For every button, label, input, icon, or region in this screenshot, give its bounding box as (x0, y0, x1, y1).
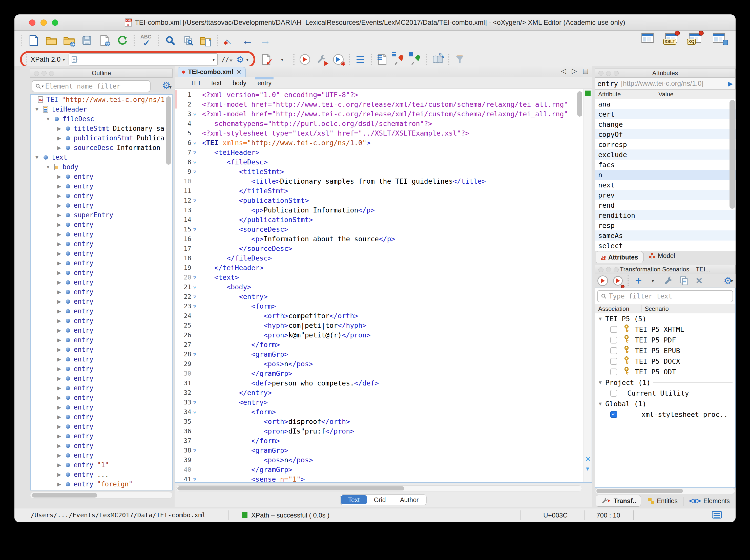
outline-item[interactable]: ▶entry (31, 278, 172, 287)
outline-item[interactable]: ▶entry (31, 316, 172, 325)
outline-item[interactable]: ▼teiHeader (31, 104, 172, 114)
scenario-checkbox[interactable] (610, 358, 617, 365)
outline-panel-header[interactable]: Outline (30, 68, 173, 78)
filter-disabled-icon[interactable] (453, 53, 466, 66)
attribute-row[interactable]: next (595, 180, 735, 190)
expand-icon[interactable]: ▶ (55, 414, 63, 420)
collapse-icon[interactable]: ▼ (595, 379, 605, 385)
chevron-down-icon[interactable]: ▾ (42, 84, 44, 88)
perspective-database-icon[interactable] (713, 32, 727, 44)
outline-item[interactable]: ▶entry (31, 181, 172, 191)
outline-item[interactable]: ▶entry (31, 325, 172, 335)
fold-toggle-icon[interactable]: ▽ (193, 159, 202, 165)
bottom-tab-elements[interactable]: <x>Elements (685, 496, 734, 506)
expand-icon[interactable]: ▶ (55, 269, 63, 276)
outline-item[interactable]: ▶entry (31, 306, 172, 316)
configure-icon[interactable] (663, 274, 674, 287)
tab-model[interactable]: Model (644, 251, 680, 261)
attributes-scrollbar[interactable] (730, 100, 735, 209)
attribute-row[interactable]: exclude (595, 149, 735, 160)
overview-ruler[interactable]: ✕ ▼ (584, 89, 592, 482)
collapse-icon[interactable]: ▼ (595, 401, 605, 407)
editor-horizontal-scrollbar[interactable] (176, 485, 582, 492)
open-folder-icon[interactable] (45, 34, 58, 47)
expand-icon[interactable]: ▶ (55, 241, 63, 247)
author-edit-icon[interactable]: ✎ (431, 53, 444, 66)
current-element-row[interactable]: entry [http://www.tei-c.org/ns/1.0] ▶ (595, 78, 735, 89)
scenario-checkbox[interactable] (610, 411, 617, 418)
attribute-row[interactable]: sameAs (595, 231, 735, 241)
outline-item[interactable]: ▶entry (31, 393, 172, 402)
expand-icon[interactable]: ▶ (55, 366, 63, 372)
forward-icon[interactable]: → (259, 34, 272, 47)
notifications-icon[interactable] (712, 511, 722, 519)
outline-vertical-scrollbar[interactable] (166, 96, 171, 165)
column-value[interactable]: Value (658, 91, 674, 98)
attribute-row[interactable]: n (595, 170, 735, 180)
scenario-item[interactable]: TEI P5 PDF (595, 335, 735, 345)
scroll-tabs-left-icon[interactable]: ◁ (561, 67, 566, 75)
bottom-tab-transf[interactable]: Transf.. (596, 495, 641, 507)
view-tab-text[interactable]: Text (341, 495, 367, 504)
xpath-settings-gear-icon[interactable]: ⚙ (236, 55, 244, 64)
format-file-icon[interactable] (376, 53, 389, 66)
expand-element-icon[interactable]: ▶ (728, 80, 733, 87)
save-url-icon[interactable] (98, 34, 111, 47)
fold-toggle-icon[interactable]: ▽ (193, 351, 202, 357)
scenarios-column-header[interactable]: Association Scenario (595, 304, 735, 313)
outline-item[interactable]: ▶entry (31, 258, 172, 268)
attributes-panel-header[interactable]: Attributes (595, 68, 735, 78)
perspective-xquery-icon[interactable]: XQ (689, 32, 703, 44)
attribute-row[interactable]: corresp (595, 139, 735, 149)
expand-icon[interactable]: ▶ (55, 145, 63, 151)
fold-toggle-icon[interactable]: ▽ (193, 226, 202, 232)
scenario-checkbox[interactable] (610, 337, 617, 343)
expand-icon[interactable]: ▶ (55, 125, 63, 132)
attribute-row[interactable]: ana (595, 99, 735, 109)
attribute-row[interactable]: prev (595, 190, 735, 200)
document-tab[interactable]: TEI-combo.xml ✕ (178, 67, 246, 77)
expand-icon[interactable]: ▶ (55, 202, 63, 208)
breadcrumb-item-entry[interactable]: entry (257, 79, 272, 87)
close-tab-icon[interactable]: ✕ (236, 68, 241, 76)
fold-toggle-icon[interactable]: ▽ (193, 409, 202, 415)
attribute-row[interactable]: resp (595, 220, 735, 231)
debug-run-icon[interactable] (612, 274, 624, 287)
expand-icon[interactable]: ▶ (55, 251, 63, 257)
fold-toggle-icon[interactable]: ▽ (193, 303, 202, 309)
outline-item[interactable]: ▶titleStmtDictionary sa (31, 124, 172, 133)
scenario-checkbox[interactable] (610, 347, 617, 354)
outline-item[interactable]: ▶entry"1" (31, 460, 172, 470)
scenario-group[interactable]: ▼TEI P5 (5) (595, 313, 735, 324)
outline-item[interactable]: ▶entry (31, 248, 172, 258)
bottom-tab-entities[interactable]: Entities (643, 496, 682, 506)
run-icon[interactable] (597, 274, 608, 287)
debug-icon[interactable]: ✱ (332, 53, 344, 66)
expand-icon[interactable]: ▶ (55, 404, 63, 410)
find-resource-icon[interactable] (199, 34, 212, 47)
expand-icon[interactable]: ▶ (55, 174, 63, 180)
expand-icon[interactable]: ▶ (55, 308, 63, 314)
fold-toggle-icon[interactable]: ▽ (193, 111, 202, 117)
back-icon[interactable]: ← (241, 34, 254, 47)
outline-item[interactable]: ▶entry (31, 412, 172, 422)
expand-icon[interactable]: ▶ (55, 183, 63, 189)
outline-item[interactable]: ▶entry (31, 374, 172, 383)
code-editor[interactable]: 1<?xml version="1.0" encoding="UTF-8"?>2… (175, 89, 592, 483)
expand-icon[interactable]: ▶ (55, 443, 63, 449)
fold-toggle-icon[interactable]: ▽ (193, 476, 202, 482)
scroll-tabs-right-icon[interactable]: ▷ (572, 67, 577, 75)
attribute-row[interactable]: change (595, 119, 735, 129)
attributes-table[interactable]: anacertchangecopyOfcorrespexcludefacsnne… (595, 99, 735, 251)
outline-item[interactable]: ▶entry (31, 297, 172, 306)
run-icon[interactable] (299, 53, 311, 66)
view-tab-author[interactable]: Author (393, 495, 426, 504)
fold-toggle-icon[interactable]: ▽ (193, 149, 202, 155)
attribute-row[interactable]: copyOf (595, 129, 735, 139)
duplicate-icon[interactable] (678, 274, 690, 287)
editor-vertical-scrollbar[interactable] (577, 91, 582, 117)
outline-item[interactable]: ▼body (31, 162, 172, 172)
scenario-item[interactable]: xml-stylesheet proc.. (595, 409, 735, 420)
fold-toggle-icon[interactable]: ▽ (193, 447, 202, 453)
attribute-row[interactable]: rendition (595, 210, 735, 220)
